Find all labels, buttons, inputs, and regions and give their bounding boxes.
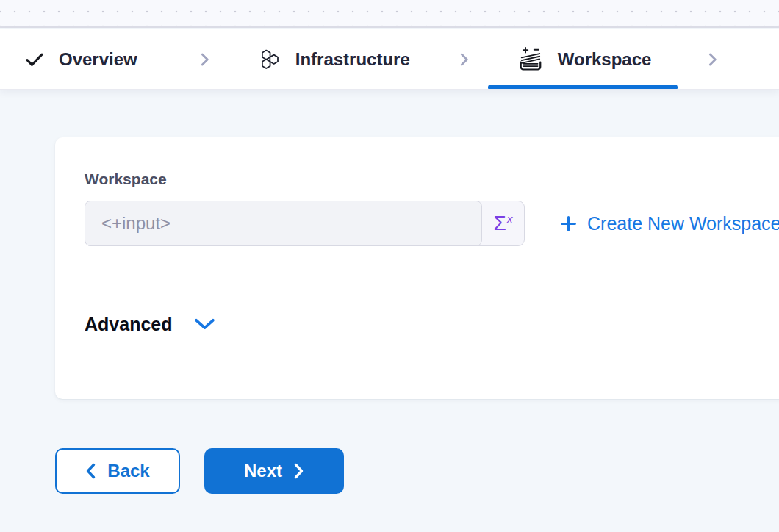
workspace-input[interactable] <box>85 201 482 246</box>
advanced-label: Advanced <box>85 314 172 335</box>
active-tab-underline <box>488 85 678 89</box>
sigma-icon: Σ <box>494 213 506 234</box>
expression-builder-button[interactable]: Σ x <box>482 201 524 245</box>
chevron-right-separator-icon <box>703 50 722 69</box>
workspace-input-row: Σ x Create New Workspace <box>85 201 779 246</box>
wizard-stepper: Overview Infrastructure <box>0 29 779 90</box>
dotted-canvas-background <box>0 0 779 28</box>
step-infrastructure[interactable]: Infrastructure <box>258 29 410 89</box>
workspace-field-label: Workspace <box>85 170 779 188</box>
plus-icon <box>559 215 578 233</box>
workspace-input-group: Σ x <box>85 201 525 246</box>
next-button[interactable]: Next <box>204 448 344 494</box>
chevron-down-icon <box>194 317 215 331</box>
chevron-right-separator-icon <box>454 50 473 69</box>
chevron-left-icon <box>85 463 96 479</box>
sigma-sup-x: x <box>507 212 513 225</box>
chevron-right-icon <box>293 463 304 479</box>
chevron-right-separator-icon <box>195 50 214 69</box>
step-workspace[interactable]: Workspace <box>517 29 652 89</box>
hexagon-cluster-icon <box>258 48 282 71</box>
wizard-footer-actions: Back Next <box>55 448 344 494</box>
check-icon <box>24 48 46 71</box>
create-new-workspace-link[interactable]: Create New Workspace <box>559 213 779 234</box>
step-overview-label: Overview <box>59 49 137 70</box>
back-button[interactable]: Back <box>55 448 180 494</box>
step-workspace-label: Workspace <box>558 49 652 70</box>
workspace-stack-icon <box>517 47 545 72</box>
step-infrastructure-label: Infrastructure <box>295 49 410 70</box>
workspace-form-card: Workspace Σ x Create New Workspace Advan… <box>55 137 779 399</box>
step-overview[interactable]: Overview <box>24 29 137 89</box>
advanced-toggle[interactable]: Advanced <box>85 314 779 335</box>
create-new-workspace-label: Create New Workspace <box>587 213 779 234</box>
next-button-label: Next <box>244 461 282 481</box>
back-button-label: Back <box>107 461 149 481</box>
